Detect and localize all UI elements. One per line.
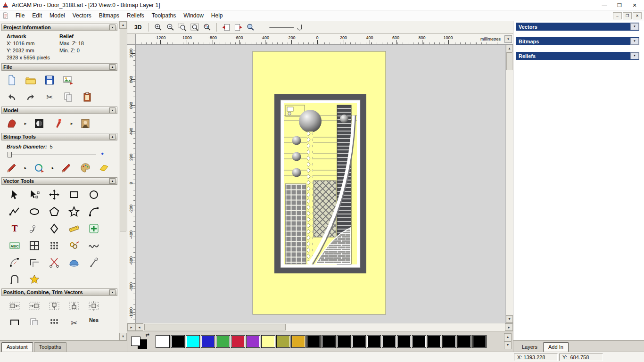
zoom-objects-icon[interactable] [202,22,213,33]
adjust-model-icon[interactable] [32,117,46,130]
create-arch-icon[interactable] [8,273,22,286]
create-rectangle-icon[interactable] [67,188,81,201]
nest-vectors-icon[interactable]: Nes [89,316,99,323]
collapse-section-icon[interactable]: ▲ [109,25,116,30]
trim-vectors-icon[interactable] [47,256,61,269]
canvas-scroll-up-arrow[interactable]: ▴ [506,45,513,52]
menu-help[interactable]: Help [207,11,227,20]
paste-icon[interactable] [80,90,94,104]
menu-model[interactable]: Model [46,11,69,20]
fit-arc-icon[interactable] [8,256,22,269]
create-polyline-icon[interactable] [8,205,22,218]
flood-fill-icon[interactable] [97,161,111,174]
trim-overlap-icon[interactable]: ✂ [67,316,81,325]
palette-swatch-20[interactable] [457,335,471,348]
transform-vectors-icon[interactable] [47,188,61,201]
panel-scroll-thumb[interactable] [120,29,126,231]
panel-scroll-down-arrow[interactable]: ▾ [119,333,127,340]
palette-swatch-18[interactable] [427,335,441,348]
brush-diameter-slider[interactable]: ◆ [7,150,112,158]
flyout-arrow-icon[interactable]: ▸ [24,161,27,174]
text-abc-icon[interactable]: ABC [8,239,22,252]
palette-swatch-1[interactable] [171,335,185,348]
menu-edit[interactable]: Edit [28,11,46,20]
node-editing-icon[interactable] [27,188,41,201]
align-centre-icon[interactable] [87,299,101,313]
canvas-horizontal-scrollbar[interactable]: ▸ ◂ ▸ [127,323,513,331]
open-model-icon[interactable] [24,74,38,87]
zoom-box-icon[interactable] [177,22,188,33]
palette-swatch-7[interactable] [261,335,275,348]
align-left-icon[interactable] [8,299,22,313]
bitmaps-dropdown-icon[interactable]: ▼ [630,38,639,45]
palette-swatch-12[interactable] [337,335,351,348]
palette-swatch-0[interactable] [156,335,170,348]
collapse-section-icon[interactable]: ▲ [109,178,116,184]
align-top-icon[interactable] [47,299,61,313]
panel-scrollbar[interactable]: ▴ ▾ [119,21,127,340]
load-image-icon[interactable] [78,117,92,130]
mdi-restore-button[interactable]: ❐ [623,12,632,19]
copy-vectors-icon[interactable] [27,316,41,325]
palette-swatch-8[interactable] [276,335,290,348]
collapse-section-icon[interactable]: ▲ [109,64,116,70]
drawing-canvas[interactable] [136,45,505,323]
flyout-arrow-icon[interactable]: ▸ [24,117,27,130]
next-view-icon[interactable] [233,22,244,33]
group-vectors-icon[interactable] [8,316,22,325]
palette-swatch-2[interactable] [186,335,200,348]
bitmaps-section-header[interactable]: Bitmaps ▼ [516,37,639,45]
canvas-scroll-right-arrow[interactable]: ▸ [505,323,513,331]
cut-icon[interactable]: ✂ [42,90,57,104]
set-model-size-icon[interactable] [5,117,19,130]
palette-scroll-up[interactable]: ▴ [504,333,512,341]
create-circle-icon[interactable] [87,188,101,201]
collapse-section-icon[interactable]: ▲ [109,134,116,140]
bitmap-to-vector-icon[interactable] [27,273,41,286]
splitter-button[interactable]: ▸ [127,323,135,331]
palette-swatch-14[interactable] [367,335,381,348]
import-image-icon[interactable] [61,74,75,87]
redo-icon[interactable] [24,90,38,104]
palette-swatch-17[interactable] [412,335,426,348]
new-model-icon[interactable] [5,74,19,87]
undo-icon[interactable] [5,90,19,104]
zoom-out-icon[interactable] [165,22,176,33]
palette-swatch-19[interactable] [442,335,456,348]
paint-brush-icon[interactable] [5,161,19,174]
vectors-dropdown-icon[interactable]: ▼ [630,23,639,30]
fit-polyline-icon[interactable] [87,239,101,252]
save-model-icon[interactable] [42,74,57,87]
primary-colour-swatch[interactable] [131,337,140,346]
paint-selective-icon[interactable] [59,161,74,174]
restore-button[interactable]: ❐ [612,0,627,10]
previous-view-icon[interactable] [221,22,231,33]
swap-colours-icon[interactable]: ⇄ [146,332,149,337]
measure-tool-icon[interactable] [67,222,81,235]
palette-swatch-11[interactable] [322,335,336,348]
menu-vectors[interactable]: Vectors [69,11,95,20]
flyout-arrow-icon[interactable]: ▸ [51,161,55,174]
align-right-icon[interactable] [27,299,41,313]
colour-palette-icon[interactable] [78,161,92,174]
nesting-chain-icon[interactable] [67,239,81,252]
zoom-fit-icon[interactable] [190,22,200,33]
slider-track[interactable] [9,155,96,155]
extrude-relief-icon[interactable] [67,256,81,269]
mdi-minimize-button[interactable]: – [613,12,622,19]
collapse-section-icon[interactable]: ▲ [109,289,116,295]
horizontal-scroll-thumb[interactable] [144,324,286,330]
create-ellipse-icon[interactable] [27,205,41,218]
model-lighting-icon[interactable] [51,117,65,130]
menu-bitmaps[interactable]: Bitmaps [95,11,123,20]
palette-swatch-9[interactable] [291,335,305,348]
view-3d-button[interactable]: 3D [131,23,145,32]
offset-vectors-icon[interactable] [27,256,41,269]
palette-swatch-15[interactable] [382,335,396,348]
palette-scroll-down[interactable]: ▾ [504,341,512,349]
create-text-icon[interactable]: T [8,222,22,235]
tab-toolpaths[interactable]: Toolpaths [34,342,66,352]
palette-swatch-13[interactable] [352,335,366,348]
palette-scrollbar[interactable]: ▴ ▾ [504,333,512,349]
palette-swatch-5[interactable] [231,335,245,348]
